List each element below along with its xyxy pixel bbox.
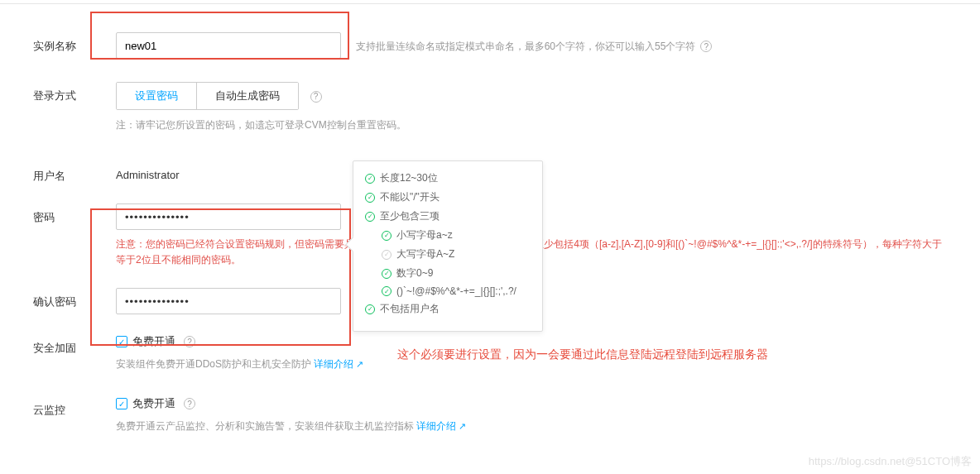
instance-name-input[interactable] — [116, 32, 341, 59]
rule-text: 长度12~30位 — [380, 171, 438, 185]
instance-name-hint: 支持批量连续命名或指定模式串命名，最多60个字符，你还可以输入55个字符 — [356, 40, 696, 54]
password-rules-tooltip: ✓长度12~30位 ✓不能以"/"开头 ✓至少包含三项 ✓小写字母a~z ✓大写… — [353, 160, 543, 332]
login-method-label: 登录方式 — [33, 82, 116, 103]
login-method-note: 注：请牢记您所设置的密码，如遗忘可登录CVM控制台重置密码。 — [116, 118, 947, 132]
watermark: https://blog.csdn.net@51CTO博客 — [809, 454, 972, 469]
external-link-icon: ↗ — [356, 359, 363, 370]
login-method-tabs: 设置密码 自动生成密码 — [116, 82, 299, 110]
username-label: 用户名 — [33, 162, 116, 184]
help-icon[interactable]: ? — [310, 91, 322, 103]
cloud-monitor-checkbox[interactable]: ✓ — [116, 398, 127, 409]
rule-text: 大写字母A~Z — [396, 247, 454, 261]
cloud-monitor-description: 免费开通云产品监控、分析和实施告警，安装组件获取主机监控指标 — [116, 420, 414, 432]
external-link-icon: ↗ — [459, 421, 466, 432]
rule-text: 数字0~9 — [396, 266, 433, 280]
cloud-monitor-detail-link[interactable]: 详细介绍 ↗ — [416, 419, 466, 433]
rule-text: 不能以"/"开头 — [380, 190, 440, 204]
help-icon[interactable]: ? — [700, 41, 712, 52]
password-input[interactable]: •••••••••••••• — [116, 203, 341, 230]
tab-set-password[interactable]: 设置密码 — [117, 83, 197, 109]
help-icon[interactable]: ? — [184, 398, 195, 409]
confirm-password-label: 确认密码 — [33, 288, 116, 309]
instance-name-label: 实例名称 — [33, 32, 116, 54]
security-label: 安全加固 — [33, 334, 116, 356]
security-checkbox-label: 免费开通 — [132, 334, 175, 349]
password-label: 密码 — [33, 203, 116, 225]
help-icon[interactable]: ? — [184, 336, 195, 347]
security-detail-link[interactable]: 详细介绍 ↗ — [314, 357, 363, 371]
cloud-monitor-label: 云监控 — [33, 396, 116, 418]
security-checkbox[interactable]: ✓ — [116, 336, 127, 347]
security-description: 安装组件免费开通DDoS防护和主机安全防护 — [116, 358, 311, 370]
confirm-password-input[interactable]: •••••••••••••• — [116, 288, 341, 314]
annotation-text: 这个必须要进行设置，因为一会要通过此信息登陆远程登陆到远程服务器 — [397, 347, 768, 362]
cloud-monitor-checkbox-label: 免费开通 — [132, 396, 175, 411]
tab-auto-generate[interactable]: 自动生成密码 — [197, 83, 298, 109]
rule-text: ()`~!@#$%^&*-+=_|{}[]:;',.?/ — [396, 285, 516, 297]
rule-text: 小写字母a~z — [396, 228, 453, 242]
rule-text: 至少包含三项 — [380, 209, 440, 223]
rule-text: 不包括用户名 — [380, 302, 440, 316]
